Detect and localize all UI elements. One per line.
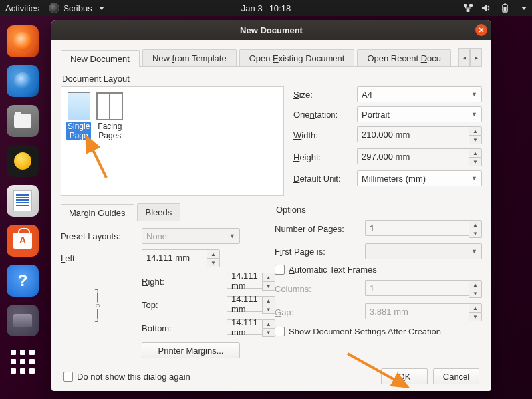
chevron-down-icon (99, 7, 104, 10)
dialog-titlebar[interactable]: New Document (51, 20, 491, 40)
margin-top-label: Top: (142, 300, 220, 310)
layout-item-facing-pages[interactable]: FacingPages (96, 92, 123, 140)
svg-rect-0 (464, 4, 467, 7)
launcher-software[interactable]: A (7, 225, 39, 257)
scribus-icon (49, 3, 59, 13)
tab-open-existing[interactable]: Open Existing Document (239, 49, 355, 66)
dialog-footer: Do not show this dialog again OK Cancel (61, 363, 482, 386)
close-icon (478, 27, 485, 33)
margin-tabs: Margin Guides Bleeds (61, 203, 260, 221)
launcher-firefox[interactable] (7, 25, 39, 57)
launcher-help[interactable]: ? (7, 265, 39, 297)
launcher-writer[interactable] (7, 185, 39, 217)
app-name-label: Scribus (63, 3, 92, 13)
tab-new-document[interactable]: New Document (61, 50, 140, 67)
svg-marker-3 (482, 5, 487, 11)
document-icon (13, 190, 32, 211)
svg-rect-5 (504, 4, 506, 5)
tab-open-recent[interactable]: Open Recent Docu (357, 49, 451, 66)
height-label: Height: (293, 152, 353, 162)
close-button[interactable] (475, 24, 487, 36)
time-label: 10:18 (269, 3, 291, 13)
svg-rect-6 (504, 7, 507, 11)
firefox-icon (13, 32, 32, 51)
scribus-app-icon (13, 314, 32, 327)
gap-input: 3.881 mm▲▼ (365, 303, 482, 321)
facing-pages-icon (96, 92, 123, 120)
height-input[interactable]: 297.000 mm ▲▼ (357, 148, 482, 166)
dont-show-checkbox[interactable]: Do not show this dialog again (63, 372, 190, 382)
size-label: Size: (293, 90, 353, 100)
date-label: Jan 3 (241, 3, 263, 13)
svg-rect-2 (467, 9, 470, 12)
svg-line-7 (86, 136, 106, 178)
auto-text-frames-checkbox[interactable]: Automatic Text Frames (275, 265, 482, 275)
document-tabs: New Document New from Template Open Exis… (61, 47, 482, 67)
activities-button[interactable]: Activities (5, 3, 39, 13)
new-document-dialog: New Document New Document New from Templ… (51, 20, 491, 391)
margin-left-input[interactable]: 14.111 mm▲▼ (142, 249, 220, 267)
shopping-bag-icon: A (13, 233, 32, 249)
tab-new-from-template[interactable]: New from Template (142, 49, 237, 66)
tabs-scroll-right[interactable]: ▸ (470, 48, 482, 66)
preset-layouts-select: None▼ (142, 228, 240, 244)
battery-icon[interactable] (500, 3, 511, 13)
dialog-title: New Document (240, 25, 303, 35)
margin-bottom-input[interactable]: 14.111 mm▲▼ (227, 319, 240, 337)
single-page-icon (68, 92, 90, 120)
orientation-label: Orientation: (293, 110, 353, 120)
launcher-show-apps[interactable] (7, 346, 39, 378)
margin-right-input[interactable]: 14.111 mm▲▼ (227, 273, 240, 291)
margin-bottom-label: Bottom: (142, 323, 220, 333)
folder-icon (14, 114, 31, 128)
options-label: Options (276, 205, 482, 215)
num-pages-input[interactable]: 1▲▼ (365, 220, 482, 238)
width-label: Width: (293, 130, 353, 140)
thunderbird-icon (14, 72, 31, 90)
volume-icon[interactable] (481, 3, 492, 13)
layout-item-single-page[interactable]: SinglePage (66, 92, 91, 140)
margin-right-label: Right: (142, 277, 220, 287)
layout-picker: SinglePage FacingPages (61, 86, 284, 196)
speaker-icon (14, 152, 31, 170)
question-icon: ? (18, 271, 28, 290)
launcher-rhythmbox[interactable] (7, 145, 39, 177)
clock[interactable]: Jan 3 10:18 (241, 3, 291, 13)
margin-left-label: Left: (61, 253, 135, 263)
tab-margin-guides[interactable]: Margin Guides (61, 204, 134, 221)
default-unit-label: Default Unit: (293, 174, 353, 184)
desktop: A ? New Document New Document New from T… (0, 16, 532, 399)
columns-input: 1▲▼ (365, 280, 482, 298)
show-settings-checkbox[interactable]: Show Document Settings After Creation (275, 327, 482, 336)
printer-margins-button[interactable]: Printer Margins... (142, 342, 240, 358)
document-layout-label: Document Layout (62, 74, 482, 84)
margin-top-input[interactable]: 14.111 mm▲▼ (227, 296, 240, 314)
size-select[interactable]: A4▼ (357, 86, 482, 102)
cancel-button[interactable]: Cancel (433, 368, 479, 384)
svg-rect-1 (469, 4, 473, 7)
num-pages-label: Number of Pages: (275, 224, 360, 234)
network-icon[interactable] (463, 3, 473, 13)
default-unit-select[interactable]: Millimeters (mm)▼ (357, 170, 482, 186)
launcher-files[interactable] (7, 105, 39, 137)
launcher-dock: A ? (0, 16, 45, 399)
launcher-scribus[interactable] (7, 305, 39, 336)
columns-label: Columns: (275, 284, 360, 294)
launcher-thunderbird[interactable] (7, 65, 39, 97)
orientation-select[interactable]: Portrait▼ (357, 106, 482, 122)
app-menu[interactable]: Scribus (49, 3, 104, 13)
link-margins-icon[interactable]: ┐│○│┘ (61, 273, 135, 337)
tabs-scroll-left[interactable]: ◂ (458, 48, 470, 66)
ok-button[interactable]: OK (381, 368, 428, 384)
first-page-select: ▼ (365, 243, 482, 259)
first-page-label: First Page is: (275, 247, 360, 257)
tab-bleeds[interactable]: Bleeds (137, 203, 181, 221)
width-input[interactable]: 210.000 mm ▲▼ (357, 126, 482, 144)
preset-layouts-label: Preset Layouts: (61, 231, 135, 241)
page-spec: Size: A4▼ Orientation: Portrait▼ Width: … (293, 86, 482, 196)
gap-label: Gap: (275, 307, 360, 317)
system-menu-chevron-icon[interactable] (521, 7, 527, 10)
top-menubar: Activities Scribus Jan 3 10:18 (0, 0, 532, 16)
